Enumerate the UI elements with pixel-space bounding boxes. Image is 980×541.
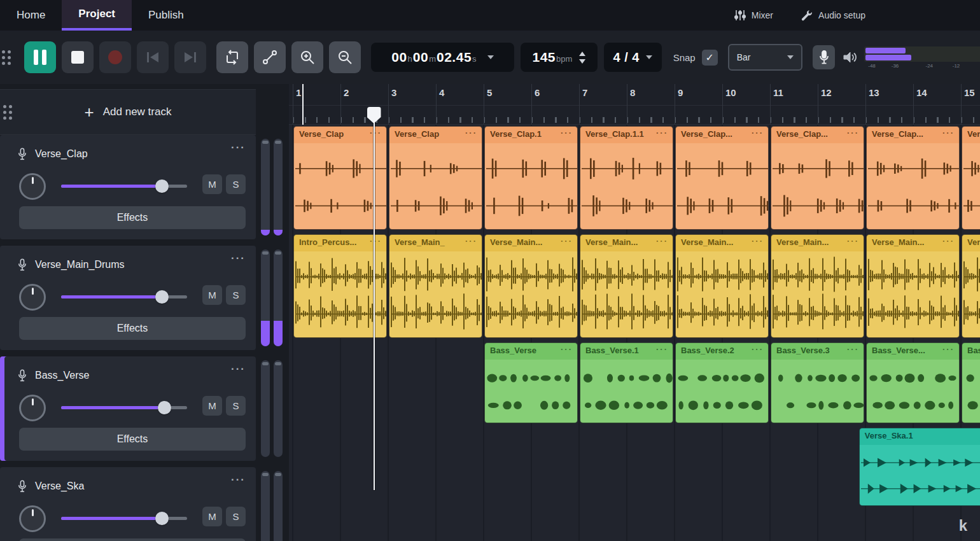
- clip-bass-verse-1[interactable]: Bass_Verse.1···: [580, 342, 673, 423]
- volume-slider[interactable]: [61, 517, 187, 520]
- skip-forward-button[interactable]: [174, 41, 206, 73]
- clip-verse-clap-1-1[interactable]: Verse_Clap.1.1···: [580, 126, 673, 230]
- stop-button[interactable]: [62, 41, 94, 73]
- pan-knob[interactable]: [19, 505, 46, 532]
- tab-home[interactable]: Home: [0, 0, 62, 31]
- clip-menu-button[interactable]: ···: [561, 128, 573, 137]
- clip-menu-button[interactable]: ···: [847, 236, 859, 246]
- track-row-bass_verse[interactable]: Bass_Verse···MSEffects: [0, 356, 256, 461]
- track-menu-button[interactable]: ···: [231, 141, 246, 154]
- track-menu-button[interactable]: ···: [231, 252, 246, 265]
- effects-button[interactable]: Effects: [19, 317, 246, 340]
- automation-button[interactable]: [254, 41, 286, 73]
- clip-menu-button[interactable]: ···: [847, 344, 859, 354]
- bpm-stepper[interactable]: [579, 52, 585, 64]
- volume-handle[interactable]: [158, 401, 171, 414]
- clip-bass-verse[interactable]: Bass_Verse···: [484, 342, 578, 423]
- clip-verse-main-[interactable]: Verse_Main...···: [866, 234, 960, 338]
- tab-project[interactable]: Project: [62, 0, 132, 31]
- clip-menu-button[interactable]: ···: [370, 128, 382, 137]
- mute-button[interactable]: M: [202, 507, 222, 526]
- zoom-in-button[interactable]: [291, 41, 323, 73]
- clip-bass-verse-3[interactable]: Bass_Verse.3···: [771, 342, 864, 423]
- clip-menu-button[interactable]: ···: [561, 236, 573, 246]
- time-display[interactable]: 00h00m02.45s: [371, 43, 514, 72]
- snap-checkbox[interactable]: ✓: [702, 50, 718, 66]
- mute-button[interactable]: M: [202, 285, 222, 305]
- clip-bass-v-[interactable]: Bass_V...···: [962, 342, 980, 423]
- clip-verse-main-[interactable]: Verse_Main_···: [389, 234, 482, 338]
- clip-verse-clap-[interactable]: Verse_Clap...···: [771, 126, 864, 230]
- add-new-track-button[interactable]: + Add new track: [0, 89, 256, 135]
- effects-button[interactable]: Effects: [19, 428, 246, 451]
- mic-button[interactable]: [813, 45, 836, 69]
- clip-verse-m-[interactable]: Verse_M...···: [962, 234, 980, 338]
- toolbar-drag-handle[interactable]: [1, 46, 13, 68]
- loop-button[interactable]: [216, 41, 248, 73]
- clip-verse-clap-1[interactable]: Verse_Clap.1···: [484, 126, 578, 230]
- tab-publish[interactable]: Publish: [132, 0, 200, 31]
- track-row-verse_clap[interactable]: Verse_Clap···MSEffects: [0, 135, 256, 239]
- clip-verse-main-[interactable]: Verse_Main...···: [580, 234, 673, 338]
- clip-verse-clap-[interactable]: Verse_Clap...···: [866, 126, 960, 230]
- clip-menu-button[interactable]: ···: [942, 128, 955, 137]
- solo-button[interactable]: S: [226, 507, 246, 526]
- panel-drag-handle[interactable]: [1, 101, 14, 123]
- solo-button[interactable]: S: [226, 396, 246, 416]
- grid-unit-select[interactable]: Bar: [728, 44, 802, 71]
- solo-button[interactable]: S: [226, 285, 246, 305]
- solo-button[interactable]: S: [226, 174, 246, 194]
- pan-knob[interactable]: [19, 395, 46, 421]
- bar-number: 10: [725, 87, 736, 98]
- clip-menu-button[interactable]: ···: [752, 128, 764, 137]
- track-row-verse_ska[interactable]: Verse_Ska···MSEffects: [0, 467, 256, 541]
- zoom-out-button[interactable]: [329, 41, 361, 73]
- track-menu-button[interactable]: ···: [231, 474, 246, 486]
- clip-verse-main-[interactable]: Verse_Main...···: [771, 234, 864, 338]
- clip-verse-main-[interactable]: Verse_Main...···: [675, 234, 769, 338]
- volume-slider[interactable]: [61, 406, 187, 409]
- clip-menu-button[interactable]: ···: [752, 236, 764, 246]
- mute-button[interactable]: M: [202, 396, 222, 416]
- speaker-button[interactable]: [843, 50, 858, 64]
- track-menu-button[interactable]: ···: [231, 363, 246, 376]
- clip-menu-button[interactable]: ···: [656, 128, 668, 137]
- audio-setup-button[interactable]: Audio setup: [801, 10, 865, 21]
- clip-menu-button[interactable]: ···: [561, 344, 573, 354]
- clip-menu-button[interactable]: ···: [847, 128, 859, 137]
- clip-bass-verse-[interactable]: Bass_Verse...···: [866, 342, 960, 423]
- clip-menu-button[interactable]: ···: [942, 344, 955, 354]
- effects-button[interactable]: Effects: [19, 206, 246, 229]
- pan-knob[interactable]: [19, 173, 46, 200]
- volume-slider[interactable]: [61, 185, 187, 188]
- clip-menu-button[interactable]: ···: [752, 344, 764, 354]
- clip-verse-clap-[interactable]: Verse_Clap...···: [675, 126, 769, 230]
- skip-back-button[interactable]: [137, 41, 169, 73]
- clip-verse-cl-[interactable]: Verse_Cl...···: [962, 126, 980, 230]
- volume-handle[interactable]: [155, 512, 169, 525]
- bpm-field[interactable]: 145bpm: [521, 43, 598, 72]
- pan-knob[interactable]: [19, 284, 46, 311]
- clip-menu-button[interactable]: ···: [942, 236, 955, 246]
- timeline-ruler[interactable]: 123456789101112131415: [289, 84, 980, 125]
- volume-slider[interactable]: [61, 295, 187, 299]
- clip-bass-verse-2[interactable]: Bass_Verse.2···: [675, 342, 769, 423]
- record-button[interactable]: [99, 41, 131, 73]
- mixer-button[interactable]: Mixer: [734, 10, 773, 21]
- clip-verse-main-[interactable]: Verse_Main...···: [484, 234, 578, 338]
- clip-menu-button[interactable]: ···: [465, 128, 477, 137]
- clip-verse-ska-1[interactable]: Verse_Ska.1···: [859, 428, 980, 506]
- mute-button[interactable]: M: [202, 174, 222, 194]
- clip-verse-clap[interactable]: Verse_Clap···: [389, 126, 482, 230]
- effects-button[interactable]: Effects: [19, 538, 246, 541]
- clip-menu-button[interactable]: ···: [465, 236, 477, 246]
- track-row-verse_main_drums[interactable]: Verse_Main_Drums···MSEffects: [0, 246, 256, 350]
- clip-menu-button[interactable]: ···: [656, 236, 668, 246]
- pause-button[interactable]: [24, 41, 56, 73]
- volume-handle[interactable]: [155, 179, 169, 193]
- clip-menu-button[interactable]: ···: [656, 344, 668, 354]
- clip-menu-button[interactable]: ···: [370, 236, 382, 246]
- time-signature-field[interactable]: 4 / 4: [604, 43, 662, 72]
- playback-start-marker[interactable]: [302, 84, 304, 125]
- volume-handle[interactable]: [155, 290, 169, 304]
